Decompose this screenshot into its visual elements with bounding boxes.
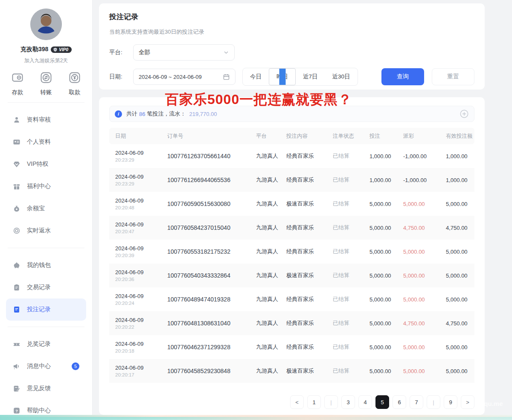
quick-action-transfer[interactable]: 转账 xyxy=(40,71,52,96)
sidebar-item-transactions[interactable]: 交易记录 xyxy=(6,276,86,298)
bet-date: 2024-06-09 xyxy=(115,341,167,347)
bet-amount: 1,000.00 xyxy=(369,153,403,159)
column-header: 派彩 xyxy=(403,133,446,140)
table-body: 2024-06-0920:23:29 1007761263705661440 九… xyxy=(109,144,474,383)
vip-diamond-icon xyxy=(13,160,20,168)
platform: 九游真人 xyxy=(256,343,286,351)
order-number: 1007760540343332864 xyxy=(167,272,256,279)
prev-page[interactable]: < xyxy=(290,395,304,409)
page-4[interactable]: 4 xyxy=(358,395,372,409)
payout-amount: 5,000.00 xyxy=(403,296,446,303)
bet-content: 经典百家乐 xyxy=(286,295,333,303)
next-page[interactable]: > xyxy=(461,395,474,409)
sidebar-item-vip[interactable]: VIP特权 xyxy=(6,153,86,175)
payout-amount: -1,000.00 xyxy=(403,177,446,183)
platform: 九游真人 xyxy=(256,272,286,279)
summary-amount: 219,770.00 xyxy=(189,111,217,117)
bet-content: 经典百家乐 xyxy=(286,224,333,232)
summary-middle: 笔投注，流水： xyxy=(147,110,186,118)
quick-action-withdraw[interactable]: 取款 xyxy=(68,71,81,96)
rebate-icon xyxy=(13,227,20,235)
bet-status: 已结算 xyxy=(333,367,369,375)
platform-select[interactable]: 全部 xyxy=(133,44,235,61)
search-button[interactable]: 查询 xyxy=(381,68,424,85)
platform: 九游真人 xyxy=(256,367,286,375)
bet-time: 20:20:18 xyxy=(115,348,167,353)
bet-amount: 5,000.00 xyxy=(369,225,403,231)
money-bag-icon xyxy=(13,205,20,212)
valid-bet-amount: 5,000.00 xyxy=(446,368,474,374)
page-gap[interactable]: | xyxy=(427,395,440,409)
bet-status: 已结算 xyxy=(333,176,369,184)
transfer-icon xyxy=(40,71,52,86)
sidebar-item-messages[interactable]: 消息中心 5 xyxy=(6,355,86,377)
vip-badge: VIP0 xyxy=(51,46,72,53)
platform: 九游真人 xyxy=(256,248,286,255)
page-1[interactable]: 1 xyxy=(307,395,321,409)
sidebar-item-bet-records[interactable]: 投注记录 xyxy=(6,298,86,321)
chevron-down-icon xyxy=(223,49,229,55)
plus-circle-icon[interactable] xyxy=(460,109,469,119)
menu-divider xyxy=(8,248,84,248)
range-yesterday[interactable]: 昨日 xyxy=(269,68,296,85)
bet-status: 已结算 xyxy=(333,248,369,255)
payout-amount: 4,750.00 xyxy=(403,225,446,231)
page-9[interactable]: 9 xyxy=(444,395,457,409)
bet-content: 经典百家乐 xyxy=(286,176,333,184)
bet-amount: 5,000.00 xyxy=(369,344,403,350)
menu-divider xyxy=(8,102,84,103)
reset-button[interactable]: 重置 xyxy=(432,68,474,85)
sidebar-item-profile[interactable]: 个人资料 xyxy=(6,131,86,153)
bet-amount: 5,000.00 xyxy=(369,272,403,279)
bet-time: 20:20:39 xyxy=(115,253,167,258)
table-row: 2024-06-0920:20:39 1007760553182175232 九… xyxy=(109,240,474,264)
range-today[interactable]: 今日 xyxy=(243,68,269,85)
table-row: 2024-06-0920:23:29 1007761266944065536 九… xyxy=(109,168,474,192)
sidebar-item-feedback[interactable]: 意见反馈 xyxy=(6,377,86,400)
page-title: 投注记录 xyxy=(109,12,474,22)
bet-date: 2024-06-09 xyxy=(115,269,167,275)
bet-time: 20:23:29 xyxy=(115,157,167,162)
bet-time: 20:20:24 xyxy=(115,301,167,306)
date-range-input[interactable]: 2024-06-09 ~ 2024-06-09 xyxy=(133,69,236,85)
quick-action-deposit[interactable]: 存款 xyxy=(11,71,24,96)
join-text: 加入九游娱乐第2天 xyxy=(0,57,92,64)
bet-content: 极速百家乐 xyxy=(286,200,333,208)
quick-range-group: 今日 昨日 近7日 近30日 xyxy=(242,68,358,86)
column-header: 平台 xyxy=(256,133,286,140)
bet-status: 已结算 xyxy=(333,200,369,208)
table-row: 2024-06-0920:20:48 1007760590515630080 九… xyxy=(109,192,474,216)
range-last7[interactable]: 近7日 xyxy=(296,68,325,85)
range-last30[interactable]: 近30日 xyxy=(325,68,358,85)
summary-bar: i 共计 86 笔投注，流水： 219,770.00 xyxy=(109,106,474,122)
sidebar-item-audit[interactable]: 资料审核 xyxy=(6,109,86,131)
page-7[interactable]: 7 xyxy=(410,395,423,409)
bet-date: 2024-06-09 xyxy=(115,221,167,228)
bet-amount: 1,000.00 xyxy=(369,177,403,183)
valid-bet-amount: 1,000.00 xyxy=(446,153,474,159)
profile-section: 克孜勒398 VIP0 加入九游娱乐第2天 存款 转账 取款 xyxy=(0,0,92,96)
avatar[interactable] xyxy=(30,9,62,40)
bet-record-icon xyxy=(13,306,20,313)
page-3[interactable]: 3 xyxy=(341,395,355,409)
order-number: 1007760481308631040 xyxy=(167,320,256,327)
sidebar-item-prize-records[interactable]: 兑奖记录 xyxy=(6,333,86,355)
unread-badge: 5 xyxy=(72,362,79,370)
shield-icon xyxy=(53,47,58,52)
order-number: 1007760489474019328 xyxy=(167,296,256,303)
date-range-value: 2024-06-09 ~ 2024-06-09 xyxy=(139,74,202,80)
bet-content: 经典百家乐 xyxy=(286,248,333,255)
bet-date: 2024-06-09 xyxy=(115,245,167,252)
watermark: equ.me xyxy=(480,400,503,407)
sidebar-item-rebate[interactable]: 实时返水 xyxy=(6,220,86,242)
sidebar-item-welfare[interactable]: 福利中心 xyxy=(6,175,86,197)
sidebar-item-yuebao[interactable]: 余额宝 xyxy=(6,197,86,220)
column-header: 日期 xyxy=(115,133,167,140)
page-6[interactable]: 6 xyxy=(393,395,406,409)
payout-amount: 5,000.00 xyxy=(403,344,446,350)
sidebar-item-wallet[interactable]: 我的钱包 xyxy=(6,254,86,276)
page-gap[interactable]: | xyxy=(324,395,338,409)
gift-icon xyxy=(13,182,20,190)
column-header: 投注内容 xyxy=(286,133,333,140)
page-5[interactable]: 5 xyxy=(375,395,389,409)
